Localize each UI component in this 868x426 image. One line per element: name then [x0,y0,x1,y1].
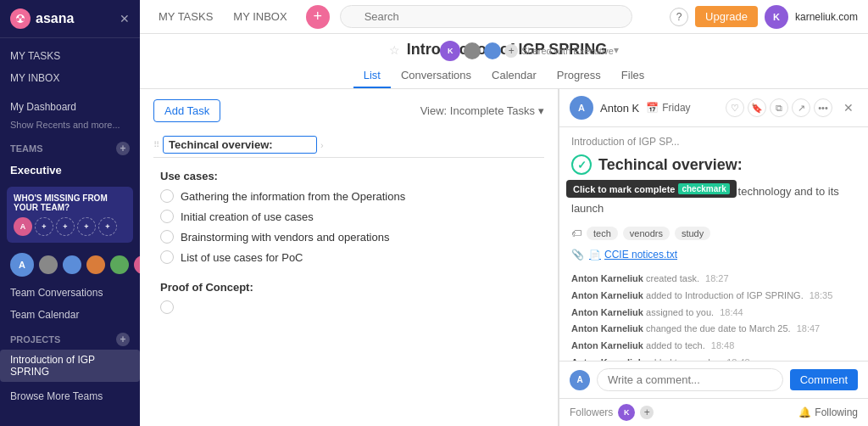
complete-circle-button[interactable]: ✓ Click to mark complete checkmark [571,154,592,175]
sidebar-header: asana ✕ [0,0,140,38]
proof-of-concept-section: Proof of Concept: [153,274,544,297]
section-drag-handle[interactable]: ⠿ [153,140,159,149]
search-input[interactable] [340,5,632,28]
user-name[interactable]: karneliuk.com [795,11,858,23]
topbar-nav: MY TASKS MY INBOX [150,5,296,28]
sidebar-item-dashboard[interactable]: My Dashboard [0,96,140,118]
task-check-2[interactable] [160,210,174,223]
add-project-button[interactable]: + [116,333,130,346]
task-text-1[interactable]: Gathering the information from the Opera… [181,190,405,203]
tab-calendar[interactable]: Calendar [481,64,547,88]
comment-button[interactable]: Comment [790,369,858,390]
tab-files[interactable]: Files [611,64,654,88]
tab-progress[interactable]: Progress [547,64,611,88]
followers-label: Followers [570,406,613,418]
team-member-3 [63,255,81,274]
activity-item-3: Anton Karneliuk assigned to you. 18:44 [571,305,856,322]
who-missing-text: WHO'S MISSING FROM YOUR TEAM? [14,193,126,212]
activity-log: Anton Karneliuk created task. 18:27 Anto… [571,271,856,361]
file-icon: 📄 [589,249,601,261]
activity-item-1: Anton Karneliuk created task. 18:27 [571,271,856,288]
task-item-4: List of use cases for PoC [153,247,544,267]
task-text-2[interactable]: Initial creation of use cases [181,210,314,223]
topbar-my-inbox[interactable]: MY INBOX [225,5,295,28]
task-item: Gathering the information from the Opera… [153,186,544,206]
search-wrapper: 🔍 [340,5,632,28]
task-item-3: Brainstorming with vendors and operation… [153,227,544,247]
project-tabs: List Conversations Calendar Progress Fil… [153,64,854,88]
help-button[interactable]: ? [670,8,688,26]
content-area: Add Task View: Incomplete Tasks ▾ ⠿ › Us… [140,89,868,426]
star-icon[interactable]: ☆ [389,43,400,57]
upgrade-button[interactable]: Upgrade [695,6,758,27]
section-title-input[interactable] [163,136,317,154]
attachment-icon: 📎 [571,249,584,261]
tab-conversations[interactable]: Conversations [391,64,481,88]
my-tasks-label: MY TASKS [10,50,60,62]
check-icon: ✓ [577,159,587,171]
tag-tech[interactable]: tech [587,227,618,240]
detail-footer: A Comment [559,361,868,398]
avatar-placeholder-2[interactable]: + [56,217,75,236]
view-select[interactable]: View: Incomplete Tasks ▾ [420,104,544,117]
activity-item-6: Anton Karneliuk added to venodrs. 18:48 [571,355,856,361]
sidebar-item-my-tasks[interactable]: MY TASKS [0,45,140,67]
copy-button[interactable]: ⧉ [770,98,788,117]
shared-avatar-3 [484,42,501,59]
comment-input[interactable] [597,368,783,391]
add-team-button[interactable]: + [116,142,130,155]
team-executive[interactable]: Executive [0,159,140,182]
task-check-4[interactable] [160,250,174,264]
due-date-row: 📅 Friday [646,102,690,114]
avatar-placeholder-3[interactable]: + [77,217,96,236]
avatar-placeholder-1[interactable]: + [35,217,53,236]
share-button[interactable]: ↗ [792,98,810,117]
section-technical-overview: ⠿ › [153,132,544,158]
sidebar-item-team-conversations[interactable]: Team Conversations [0,282,140,304]
avatar-placeholder-4[interactable]: + [98,217,117,236]
sidebar-item-team-calendar[interactable]: Team Calendar [0,304,140,326]
task-check-1[interactable] [160,189,174,203]
avatar-1: A [14,217,32,236]
projects-section-title: PROJECTS + [0,326,140,350]
attachment-file[interactable]: 📄 CCIE notices.txt [589,249,677,261]
activity-item-5: Anton Karneliuk added to tech. 18:48 [571,338,856,355]
team-member-row: A + [0,248,140,282]
add-shared-button[interactable]: + [504,44,518,58]
team-member-6 [134,255,140,274]
like-button[interactable]: ♡ [726,98,744,117]
team-member-4 [86,255,105,274]
my-inbox-label: MY INBOX [10,72,59,84]
tag-study[interactable]: study [675,227,710,240]
add-task-button[interactable]: Add Task [153,99,220,122]
sidebar-close-icon[interactable]: ✕ [120,12,130,25]
task-check-5[interactable] [160,300,174,314]
sidebar-project-igp-spring[interactable]: Introduction of IGP SPRING [0,350,140,382]
project-dropdown-icon[interactable]: ▾ [614,44,619,56]
more-button[interactable]: ••• [814,98,832,117]
add-follower-button[interactable]: + [640,406,654,419]
bookmark-button[interactable]: 🔖 [748,98,766,117]
activity-item-2: Anton Karneliuk added to Introduction of… [571,288,856,305]
use-cases-section: Use cases: [153,163,544,186]
assignee-name[interactable]: Anton K [600,102,639,115]
detail-breadcrumb: Introduction of IGP SP... [571,136,856,148]
following-label: Following [815,406,858,418]
tag-venodrs[interactable]: venodrs [623,227,670,240]
user-avatar[interactable]: K [765,5,788,29]
due-date[interactable]: Friday [662,102,690,114]
detail-close-button[interactable]: ✕ [839,98,858,117]
detail-body: Introduction of IGP SP... ✓ Click to mar… [559,127,868,361]
show-recents-link[interactable]: Show Recents and more... [0,118,140,135]
tab-list[interactable]: List [353,64,391,88]
task-text-4[interactable]: List of use cases for PoC [181,251,303,264]
following-button[interactable]: 🔔 Following [798,406,858,418]
sidebar-item-browse-teams[interactable]: Browse More Teams [0,385,140,407]
add-button[interactable]: + [306,5,330,29]
task-check-3[interactable] [160,230,174,244]
section-chevron-icon[interactable]: › [320,140,324,150]
topbar-my-tasks[interactable]: MY TASKS [150,5,221,28]
task-text-3[interactable]: Brainstorming with vendors and operation… [181,231,389,244]
sidebar-item-my-inbox[interactable]: MY INBOX [0,67,140,89]
svg-point-1 [16,18,19,21]
